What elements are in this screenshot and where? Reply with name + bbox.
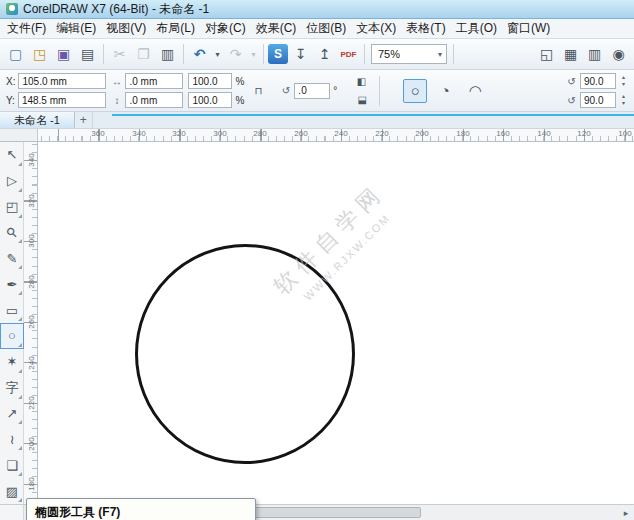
parallel-dimension-tool[interactable]: ↗ bbox=[0, 401, 24, 427]
rotate-ccw-icon: ↺ bbox=[566, 76, 577, 87]
zoom-tool-icon: ⚲ bbox=[3, 224, 20, 241]
zoom-level-value: 75% bbox=[378, 48, 400, 60]
menu-object[interactable]: 对象(C) bbox=[200, 18, 251, 39]
zoom-dropdown-icon[interactable]: ▾ bbox=[436, 50, 444, 59]
cut-icon[interactable]: ✂ bbox=[108, 43, 131, 66]
ruler-label: 280 bbox=[251, 129, 269, 138]
undo-icon[interactable]: ↶ bbox=[188, 43, 211, 66]
artistic-media-tool[interactable]: ✒ bbox=[0, 271, 24, 297]
start-angle-field[interactable]: 90.0 bbox=[580, 73, 616, 89]
pie-mode-button[interactable]: ◔ bbox=[433, 79, 457, 103]
paste-icon[interactable]: ▥ bbox=[156, 43, 179, 66]
drop-shadow-tool[interactable]: ❏ bbox=[0, 452, 24, 478]
spin-up-icon[interactable]: ▴ bbox=[619, 74, 628, 81]
ruler-label: 300 bbox=[26, 234, 35, 247]
rectangle-tool-icon: ▭ bbox=[6, 303, 18, 318]
freehand-tool[interactable]: ✎ bbox=[0, 245, 24, 271]
x-position-field[interactable]: 105.0 mm bbox=[18, 73, 106, 89]
object-width-field[interactable]: .0 mm bbox=[125, 73, 183, 89]
scale-group: 100.0 % 100.0 % bbox=[188, 73, 244, 108]
menu-file[interactable]: 文件(F) bbox=[2, 18, 51, 39]
publish-pdf-icon[interactable]: PDF bbox=[337, 43, 360, 66]
width-icon: ↔ bbox=[111, 76, 122, 87]
show-grid-icon[interactable]: ▦ bbox=[559, 43, 582, 66]
mirror-vertical-icon: ◧ bbox=[356, 95, 367, 104]
fullscreen-preview-icon[interactable]: ◱ bbox=[535, 43, 558, 66]
rotation-angle-field[interactable]: .0 bbox=[294, 83, 330, 99]
scroll-right-icon[interactable]: ▸ bbox=[618, 505, 634, 520]
redo-dropdown-icon[interactable]: ▾ bbox=[248, 43, 259, 66]
start-angle-spinner[interactable]: ▴ ▾ bbox=[619, 74, 628, 88]
text-tool-icon: 字 bbox=[6, 379, 19, 397]
shape-tool[interactable]: ▷ bbox=[0, 168, 24, 194]
menu-tools[interactable]: 工具(O) bbox=[451, 18, 502, 39]
ruler-origin-corner[interactable] bbox=[0, 129, 38, 142]
end-angle-field[interactable]: 90.0 bbox=[580, 92, 616, 108]
connector-tool[interactable]: ≀ bbox=[0, 426, 24, 452]
document-tab-active[interactable]: 未命名 -1 bbox=[0, 112, 75, 128]
rotate-ccw-icon: ↺ bbox=[566, 95, 577, 106]
redo-icon[interactable]: ↷ bbox=[224, 43, 247, 66]
lock-ratio-button[interactable]: ⊓ bbox=[249, 74, 267, 108]
scale-x-field[interactable]: 100.0 bbox=[188, 73, 232, 89]
eye-icon[interactable]: ◉ bbox=[607, 43, 630, 66]
undo-dropdown-icon[interactable]: ▾ bbox=[212, 43, 223, 66]
search-content-icon[interactable]: S bbox=[268, 44, 288, 64]
import-icon[interactable]: ↧ bbox=[289, 43, 312, 66]
drop-shadow-tool-icon: ❏ bbox=[6, 458, 18, 473]
arc-angles-group: ↺ 90.0 ▴ ▾ ↺ 90.0 ▴ ▾ bbox=[566, 73, 628, 108]
ruler-row: 360 340 320 300 280 260 240 220 200 180 … bbox=[0, 129, 634, 142]
export-icon[interactable]: ↥ bbox=[313, 43, 336, 66]
ruler-label: 200 bbox=[26, 437, 35, 450]
horizontal-ruler: 360 340 320 300 280 260 240 220 200 180 … bbox=[38, 129, 634, 142]
new-document-icon[interactable]: ▢ bbox=[4, 43, 27, 66]
property-bar: X: 105.0 mm Y: 148.5 mm ↔ .0 mm ↕ .0 mm … bbox=[0, 70, 634, 112]
scale-y-field[interactable]: 100.0 bbox=[188, 92, 232, 108]
rectangle-tool[interactable]: ▭ bbox=[0, 297, 24, 323]
drawing-canvas[interactable]: 软件自学网 WWW.RJXW.COM bbox=[38, 142, 634, 504]
open-icon[interactable]: ◳ bbox=[28, 43, 51, 66]
mirror-vertical-button[interactable]: ◧ bbox=[352, 92, 370, 108]
print-icon[interactable]: ▤ bbox=[76, 43, 99, 66]
rotation-group: ↺ .0 ° bbox=[280, 83, 337, 99]
crop-tool[interactable]: ◰ bbox=[0, 194, 24, 220]
spin-up-icon[interactable]: ▴ bbox=[619, 93, 628, 100]
menu-bitmaps[interactable]: 位图(B) bbox=[301, 18, 351, 39]
polygon-tool-icon: ✶ bbox=[7, 354, 18, 369]
text-tool[interactable]: 字 bbox=[0, 375, 24, 401]
x-label: X: bbox=[6, 76, 15, 87]
circle-shape[interactable] bbox=[135, 244, 355, 464]
menu-layout[interactable]: 布局(L) bbox=[151, 18, 200, 39]
zoom-level-combo[interactable]: 75% ▾ bbox=[371, 44, 447, 64]
new-tab-button[interactable]: + bbox=[75, 112, 93, 128]
window-title: CorelDRAW X7 (64-Bit) - 未命名 -1 bbox=[23, 1, 209, 18]
ruler-label: 360 bbox=[89, 129, 107, 138]
ellipse-mode-button[interactable]: ○ bbox=[403, 79, 427, 103]
menu-table[interactable]: 表格(T) bbox=[401, 18, 450, 39]
copy-icon[interactable]: ❐ bbox=[132, 43, 155, 66]
mirror-horizontal-icon: ◧ bbox=[357, 76, 366, 87]
scrollbar-corner bbox=[0, 505, 24, 520]
ellipse-tool[interactable]: ○ bbox=[0, 323, 24, 349]
app-icon bbox=[6, 3, 18, 15]
menu-text[interactable]: 文本(X) bbox=[351, 18, 401, 39]
end-angle-spinner[interactable]: ▴ ▾ bbox=[619, 93, 628, 107]
mirror-horizontal-button[interactable]: ◧ bbox=[352, 73, 370, 89]
polygon-tool[interactable]: ✶ bbox=[0, 349, 24, 375]
zoom-tool[interactable]: ⚲ bbox=[0, 220, 24, 246]
menu-view[interactable]: 视图(V) bbox=[101, 18, 151, 39]
save-icon[interactable]: ▣ bbox=[52, 43, 75, 66]
arc-mode-button[interactable]: ◠ bbox=[463, 79, 487, 103]
menu-effects[interactable]: 效果(C) bbox=[251, 18, 302, 39]
ellipse-mode-group: ○ ◔ ◠ bbox=[403, 79, 487, 103]
show-rulers-icon[interactable]: ▥ bbox=[583, 43, 606, 66]
spin-down-icon[interactable]: ▾ bbox=[619, 100, 628, 107]
pick-tool[interactable]: ↖ bbox=[0, 142, 24, 168]
transparency-tool[interactable]: ▨ bbox=[0, 478, 24, 504]
ruler-label: 200 bbox=[413, 129, 431, 138]
y-position-field[interactable]: 148.5 mm bbox=[18, 92, 106, 108]
menu-window[interactable]: 窗口(W) bbox=[502, 18, 555, 39]
spin-down-icon[interactable]: ▾ bbox=[619, 81, 628, 88]
menu-edit[interactable]: 编辑(E) bbox=[51, 18, 101, 39]
object-height-field[interactable]: .0 mm bbox=[125, 92, 183, 108]
